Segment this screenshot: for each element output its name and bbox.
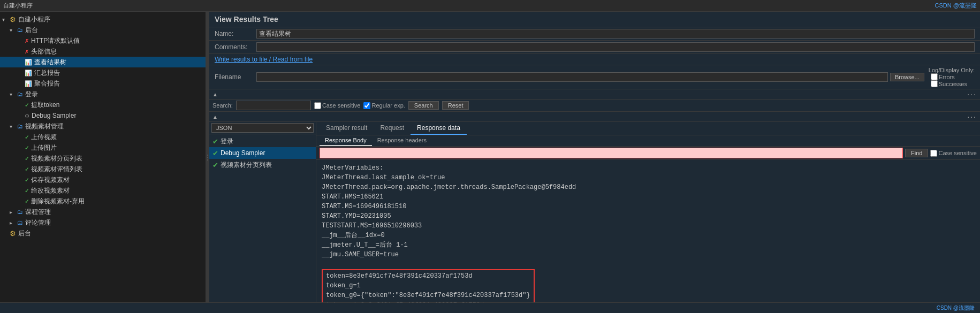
arrow-right-icon: ▸ (10, 220, 17, 226)
sidebar-item-course-mgmt[interactable]: ▸🗂课程管理 (0, 207, 206, 217)
search-input[interactable] (236, 101, 311, 110)
find-button[interactable]: Find (905, 149, 928, 157)
folder-icon: 🗂 (17, 123, 23, 129)
comments-row: Comments: (209, 41, 980, 54)
sidebar-item-http-default[interactable]: ✗HTTP请求默认值 (0, 35, 206, 46)
result-tree-items: ✔登录✔Debug Sampler✔视频素材分页列表 (209, 134, 316, 302)
graph-icon: 📊 (25, 59, 32, 66)
case-sensitive-wrap: Case sensitive (314, 102, 361, 109)
write-read-link[interactable]: Write results to file / Read from file (215, 56, 313, 63)
sidebar-item-save-video[interactable]: ✓保存视频素材 (0, 174, 206, 185)
sidebar-item-label: 后台 (25, 26, 38, 35)
subtab-responseheaders[interactable]: Response headers (372, 135, 432, 146)
status-icon: ✔ (212, 161, 218, 169)
sidebar-item-label: 视频素材管理 (25, 122, 64, 131)
sidebar-item-video-mgmt[interactable]: ▾🗂视频素材管理 (0, 121, 206, 132)
sidebar-item-backend[interactable]: ▾🗂后台 (0, 25, 206, 35)
sidebar-item-summary[interactable]: 📊汇总报告 (0, 67, 206, 78)
tab-samplerresult[interactable]: Sampler result (320, 122, 374, 135)
successes-checkbox[interactable] (931, 80, 938, 87)
search-row: Search: Case sensitive Regular exp. Sear… (209, 100, 980, 112)
name-row: Name: (209, 27, 980, 41)
find-case-sensitive-checkbox[interactable] (930, 150, 937, 157)
http-icon: ✓ (25, 134, 29, 140)
tab-request[interactable]: Request (374, 122, 411, 135)
subtab-responsebody[interactable]: Response Body (320, 135, 372, 146)
sidebar-item-debug-sampler[interactable]: ⚙Debug Sampler (0, 110, 206, 121)
http-icon: ✓ (25, 166, 29, 172)
app-title: 自建小程序 (3, 2, 33, 10)
sidebar-item-aggregate[interactable]: 📊聚合报告 (0, 78, 206, 89)
dots-menu-1[interactable]: ··· (967, 90, 977, 98)
dots-menu-2[interactable]: ··· (967, 112, 977, 121)
sidebar-item-label: 评论管理 (25, 218, 51, 227)
x-icon: ✗ (25, 38, 29, 44)
sidebar-item-upload-image[interactable]: ✓上传图片 (0, 142, 206, 153)
sidebar-item-label: HTTP请求默认值 (31, 36, 80, 45)
find-case-sensitive-label: Case sensitive (938, 150, 977, 156)
name-input[interactable] (256, 29, 975, 39)
json-selector[interactable]: JSONTextXMLHTML (211, 123, 314, 133)
sidebar-item-header-info[interactable]: ✗头部信息 (0, 46, 206, 57)
case-sensitive-checkbox[interactable] (314, 102, 321, 109)
errors-label: Errors (939, 74, 955, 80)
tab-responsedata[interactable]: Response data (411, 122, 467, 135)
folder-icon: 🗂 (17, 219, 23, 226)
sidebar-item-label: 课程管理 (25, 208, 51, 217)
find-row: Find Case sensitive (316, 147, 980, 160)
find-input[interactable] (320, 148, 903, 158)
sidebar-item-label: 头部信息 (31, 47, 57, 56)
errors-checkbox[interactable] (931, 73, 938, 80)
sidebar-item-label: 上传视频 (31, 133, 57, 142)
sidebar-item-edit-video[interactable]: ✓给改视频素材 (0, 185, 206, 196)
regular-exp-checkbox[interactable] (363, 102, 370, 109)
sidebar-tree: ▾⚙自建小程序▾🗂后台✗HTTP请求默认值✗头部信息📊查看结果树📊汇总报告📊聚合… (0, 14, 206, 239)
debug-icon: ⚙ (25, 113, 29, 119)
find-case-sensitive-wrap: Case sensitive (930, 150, 977, 157)
sidebar-item-upload-video[interactable]: ✓上传视频 (0, 132, 206, 142)
filename-input[interactable] (256, 72, 888, 82)
x-icon: ✗ (25, 49, 29, 55)
errors-checkbox-wrap: Errors (931, 73, 975, 80)
filename-label: Filename (215, 73, 252, 81)
sidebar-item-video-review[interactable]: ✓视频素材评情列表 (0, 164, 206, 174)
regular-exp-wrap: Regular exp. (363, 102, 405, 109)
sidebar-item-delete-video[interactable]: ✓删除视频素材-弃用 (0, 196, 206, 207)
expand-button-2[interactable]: ▲ (212, 114, 218, 120)
csdn-link: CSDN @流墨隆 (935, 2, 977, 10)
successes-checkbox-wrap: Successes (931, 80, 975, 87)
result-tree-item-login-item[interactable]: ✔登录 (209, 135, 316, 147)
bottom-area: JSONTextXMLHTML ✔登录✔Debug Sampler✔视频素材分页… (209, 122, 980, 302)
sidebar-item-get-token[interactable]: ✓提取token (0, 100, 206, 110)
sidebar-item-backend2[interactable]: ⚙后台 (0, 228, 206, 239)
sidebar-item-login[interactable]: ▾🗂登录 (0, 89, 206, 100)
subtab-bar: Response BodyResponse headers (316, 135, 980, 147)
arrow-right-icon: ▸ (10, 209, 17, 215)
comments-input[interactable] (256, 42, 975, 52)
result-item-label: 登录 (221, 137, 233, 146)
sidebar-item-label: 查看结果树 (34, 58, 66, 67)
sidebar-item-video-page[interactable]: ✓视频素材分页列表 (0, 153, 206, 164)
sidebar-item-label: 登录 (25, 90, 38, 99)
sidebar-item-view-result[interactable]: 📊查看结果树 (0, 57, 206, 67)
http-icon: ✓ (25, 177, 29, 183)
result-tree-item-debug-item[interactable]: ✔Debug Sampler (209, 147, 316, 159)
browse-button[interactable]: Browse... (890, 73, 924, 81)
sidebar-item-comment-mgmt[interactable]: ▸🗂评论管理 (0, 217, 206, 228)
result-tree-item-video-page-item[interactable]: ✔视频素材分页列表 (209, 159, 316, 171)
arrow-down-icon: ▾ (10, 124, 17, 129)
search-button[interactable]: Search (408, 101, 439, 110)
expand-button-1[interactable]: ▲ (212, 91, 218, 97)
sidebar-item-root[interactable]: ▾⚙自建小程序 (0, 14, 206, 25)
sidebar-item-label: 后台 (18, 229, 31, 238)
http-icon: ✓ (25, 102, 29, 108)
panel-title: View Results Tree (209, 12, 980, 27)
sidebar-item-label: 汇总报告 (34, 68, 60, 78)
reset-button[interactable]: Reset (442, 101, 469, 110)
case-sensitive-label: Case sensitive (322, 102, 361, 109)
folder-icon: 🗂 (17, 91, 23, 97)
result-item-label: 视频素材分页列表 (221, 161, 272, 170)
sidebar-item-label: 视频素材评情列表 (31, 165, 82, 174)
status-right: CSDN @流墨隆 (937, 304, 975, 312)
folder-icon: 🗂 (17, 209, 23, 215)
